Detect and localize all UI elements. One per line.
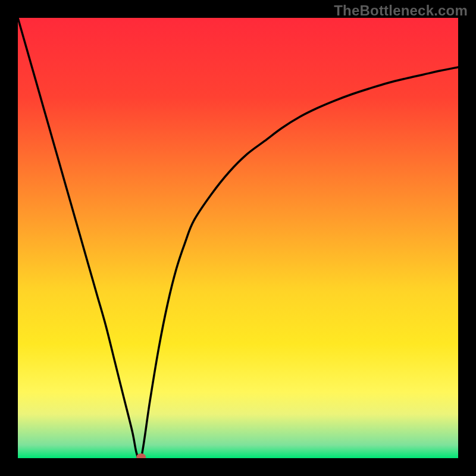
plot-area	[18, 18, 458, 458]
gradient-background	[18, 18, 458, 458]
watermark-text: TheBottleneck.com	[334, 2, 468, 19]
chart-svg	[18, 18, 458, 458]
chart-frame: TheBottleneck.com	[0, 0, 476, 476]
